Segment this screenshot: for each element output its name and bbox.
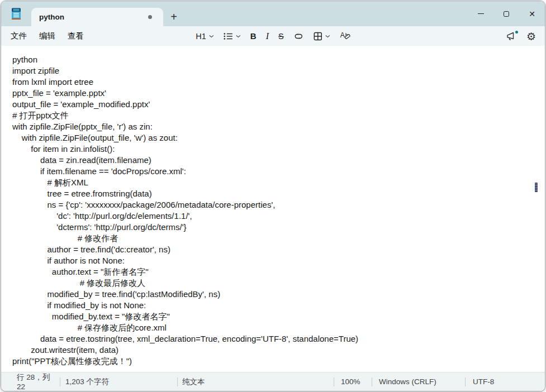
cursor-position: 行 28，列 22 [1, 377, 60, 386]
text-editor[interactable]: python import zipfile from lxml import e… [1, 46, 545, 372]
notepad-window: python + ✕ 文件 编辑 查看 H1 [1, 1, 545, 391]
strikethrough-button[interactable]: S [278, 32, 284, 41]
link-icon [293, 32, 304, 40]
toolbar: 文件 编辑 查看 H1 B I S [1, 26, 545, 46]
character-count: 1,203 个字符 [60, 377, 177, 386]
clear-formatting-button[interactable]: A b [340, 31, 350, 41]
scrollbar-thumb[interactable] [535, 183, 538, 192]
chevron-down-icon [325, 35, 330, 38]
minimize-icon [478, 13, 484, 14]
menu-edit[interactable]: 编辑 [39, 31, 55, 41]
maximize-button[interactable] [493, 1, 519, 26]
settings-button[interactable]: ⚙ [526, 30, 536, 42]
italic-icon: I [266, 31, 269, 41]
encoding: UTF-8 [465, 377, 545, 386]
maximize-icon [504, 11, 509, 17]
menu-view[interactable]: 查看 [68, 31, 84, 41]
statusbar: 行 28，列 22 1,203 个字符 纯文本 100% Windows (CR… [1, 372, 545, 391]
tab-python[interactable]: python [31, 8, 163, 26]
chevron-down-icon [209, 35, 214, 38]
strikethrough-icon: S [278, 32, 284, 41]
gear-icon: ⚙ [526, 30, 536, 42]
line-ending: Windows (CRLF) [372, 377, 465, 386]
menu-file[interactable]: 文件 [11, 31, 27, 41]
italic-button[interactable]: I [266, 31, 269, 41]
formatting-toolbar: H1 B I S [196, 31, 350, 41]
list-dropdown[interactable] [224, 32, 241, 40]
unsaved-indicator-dot [148, 15, 152, 19]
table-icon [314, 32, 322, 41]
bold-button[interactable]: B [250, 31, 257, 41]
notepad-icon [1, 1, 31, 26]
titlebar-drag-area[interactable] [184, 1, 468, 26]
bullet-list-icon [224, 32, 233, 40]
chevron-down-icon [236, 35, 241, 38]
close-button[interactable]: ✕ [519, 1, 545, 26]
svg-text:A: A [340, 31, 345, 39]
editor-content[interactable]: python import zipfile from lxml import e… [1, 46, 545, 367]
notification-dot [515, 31, 518, 34]
menubar: 文件 编辑 查看 [1, 31, 84, 41]
window-controls: ✕ [468, 1, 545, 26]
announcement-button[interactable] [506, 32, 517, 41]
clear-formatting-icon: A b [340, 31, 350, 41]
new-tab-button[interactable]: + [163, 8, 184, 26]
heading-dropdown[interactable]: H1 [196, 32, 214, 41]
minimize-button[interactable] [468, 1, 493, 26]
toolbar-right: ⚙ [506, 30, 536, 42]
link-button[interactable] [293, 32, 304, 40]
heading-label: H1 [196, 32, 206, 41]
bold-icon: B [250, 31, 257, 41]
close-icon: ✕ [529, 10, 535, 18]
document-type: 纯文本 [177, 377, 334, 386]
zoom-level: 100% [334, 377, 372, 386]
table-dropdown[interactable] [314, 32, 330, 41]
tab-title: python [39, 13, 148, 21]
titlebar: python + ✕ [1, 1, 545, 26]
